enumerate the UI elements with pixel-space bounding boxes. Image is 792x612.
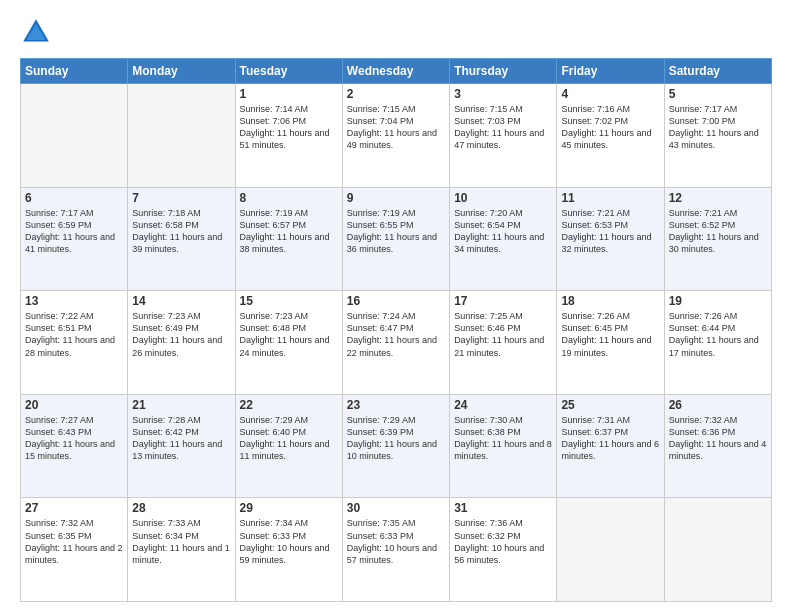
calendar-cell: 5Sunrise: 7:17 AM Sunset: 7:00 PM Daylig… (664, 84, 771, 188)
logo (20, 16, 56, 48)
calendar-cell (128, 84, 235, 188)
cell-info: Sunrise: 7:26 AM Sunset: 6:45 PM Dayligh… (561, 310, 659, 359)
day-number: 16 (347, 294, 445, 308)
day-number: 5 (669, 87, 767, 101)
calendar-week-row: 6Sunrise: 7:17 AM Sunset: 6:59 PM Daylig… (21, 187, 772, 291)
calendar-cell: 23Sunrise: 7:29 AM Sunset: 6:39 PM Dayli… (342, 394, 449, 498)
calendar-week-row: 13Sunrise: 7:22 AM Sunset: 6:51 PM Dayli… (21, 291, 772, 395)
calendar-cell: 18Sunrise: 7:26 AM Sunset: 6:45 PM Dayli… (557, 291, 664, 395)
day-number: 9 (347, 191, 445, 205)
cell-info: Sunrise: 7:23 AM Sunset: 6:49 PM Dayligh… (132, 310, 230, 359)
cell-info: Sunrise: 7:26 AM Sunset: 6:44 PM Dayligh… (669, 310, 767, 359)
cell-info: Sunrise: 7:22 AM Sunset: 6:51 PM Dayligh… (25, 310, 123, 359)
cell-info: Sunrise: 7:34 AM Sunset: 6:33 PM Dayligh… (240, 517, 338, 566)
calendar-cell: 30Sunrise: 7:35 AM Sunset: 6:33 PM Dayli… (342, 498, 449, 602)
calendar-cell: 29Sunrise: 7:34 AM Sunset: 6:33 PM Dayli… (235, 498, 342, 602)
cell-info: Sunrise: 7:15 AM Sunset: 7:04 PM Dayligh… (347, 103, 445, 152)
cell-info: Sunrise: 7:20 AM Sunset: 6:54 PM Dayligh… (454, 207, 552, 256)
calendar-day-header: Wednesday (342, 59, 449, 84)
cell-info: Sunrise: 7:32 AM Sunset: 6:35 PM Dayligh… (25, 517, 123, 566)
calendar-cell: 28Sunrise: 7:33 AM Sunset: 6:34 PM Dayli… (128, 498, 235, 602)
calendar-cell: 24Sunrise: 7:30 AM Sunset: 6:38 PM Dayli… (450, 394, 557, 498)
day-number: 1 (240, 87, 338, 101)
calendar-week-row: 27Sunrise: 7:32 AM Sunset: 6:35 PM Dayli… (21, 498, 772, 602)
calendar-cell: 16Sunrise: 7:24 AM Sunset: 6:47 PM Dayli… (342, 291, 449, 395)
calendar-day-header: Thursday (450, 59, 557, 84)
cell-info: Sunrise: 7:21 AM Sunset: 6:53 PM Dayligh… (561, 207, 659, 256)
calendar-cell: 4Sunrise: 7:16 AM Sunset: 7:02 PM Daylig… (557, 84, 664, 188)
day-number: 7 (132, 191, 230, 205)
calendar-cell: 6Sunrise: 7:17 AM Sunset: 6:59 PM Daylig… (21, 187, 128, 291)
calendar-cell: 8Sunrise: 7:19 AM Sunset: 6:57 PM Daylig… (235, 187, 342, 291)
cell-info: Sunrise: 7:18 AM Sunset: 6:58 PM Dayligh… (132, 207, 230, 256)
cell-info: Sunrise: 7:15 AM Sunset: 7:03 PM Dayligh… (454, 103, 552, 152)
cell-info: Sunrise: 7:24 AM Sunset: 6:47 PM Dayligh… (347, 310, 445, 359)
day-number: 6 (25, 191, 123, 205)
cell-info: Sunrise: 7:25 AM Sunset: 6:46 PM Dayligh… (454, 310, 552, 359)
cell-info: Sunrise: 7:32 AM Sunset: 6:36 PM Dayligh… (669, 414, 767, 463)
calendar-table: SundayMondayTuesdayWednesdayThursdayFrid… (20, 58, 772, 602)
day-number: 30 (347, 501, 445, 515)
cell-info: Sunrise: 7:23 AM Sunset: 6:48 PM Dayligh… (240, 310, 338, 359)
calendar-day-header: Friday (557, 59, 664, 84)
calendar-cell: 7Sunrise: 7:18 AM Sunset: 6:58 PM Daylig… (128, 187, 235, 291)
day-number: 12 (669, 191, 767, 205)
calendar-cell: 13Sunrise: 7:22 AM Sunset: 6:51 PM Dayli… (21, 291, 128, 395)
calendar-cell: 11Sunrise: 7:21 AM Sunset: 6:53 PM Dayli… (557, 187, 664, 291)
calendar-cell (557, 498, 664, 602)
calendar-cell: 3Sunrise: 7:15 AM Sunset: 7:03 PM Daylig… (450, 84, 557, 188)
calendar-header-row: SundayMondayTuesdayWednesdayThursdayFrid… (21, 59, 772, 84)
calendar-cell (664, 498, 771, 602)
calendar-week-row: 20Sunrise: 7:27 AM Sunset: 6:43 PM Dayli… (21, 394, 772, 498)
day-number: 18 (561, 294, 659, 308)
cell-info: Sunrise: 7:19 AM Sunset: 6:55 PM Dayligh… (347, 207, 445, 256)
cell-info: Sunrise: 7:31 AM Sunset: 6:37 PM Dayligh… (561, 414, 659, 463)
day-number: 15 (240, 294, 338, 308)
calendar-cell: 12Sunrise: 7:21 AM Sunset: 6:52 PM Dayli… (664, 187, 771, 291)
calendar-day-header: Saturday (664, 59, 771, 84)
calendar-cell: 27Sunrise: 7:32 AM Sunset: 6:35 PM Dayli… (21, 498, 128, 602)
day-number: 28 (132, 501, 230, 515)
cell-info: Sunrise: 7:28 AM Sunset: 6:42 PM Dayligh… (132, 414, 230, 463)
calendar-day-header: Sunday (21, 59, 128, 84)
cell-info: Sunrise: 7:29 AM Sunset: 6:40 PM Dayligh… (240, 414, 338, 463)
day-number: 14 (132, 294, 230, 308)
calendar-cell: 20Sunrise: 7:27 AM Sunset: 6:43 PM Dayli… (21, 394, 128, 498)
calendar-cell: 21Sunrise: 7:28 AM Sunset: 6:42 PM Dayli… (128, 394, 235, 498)
cell-info: Sunrise: 7:16 AM Sunset: 7:02 PM Dayligh… (561, 103, 659, 152)
logo-icon (20, 16, 52, 48)
calendar-cell: 1Sunrise: 7:14 AM Sunset: 7:06 PM Daylig… (235, 84, 342, 188)
calendar-cell: 22Sunrise: 7:29 AM Sunset: 6:40 PM Dayli… (235, 394, 342, 498)
day-number: 8 (240, 191, 338, 205)
calendar-day-header: Tuesday (235, 59, 342, 84)
day-number: 3 (454, 87, 552, 101)
calendar-cell: 15Sunrise: 7:23 AM Sunset: 6:48 PM Dayli… (235, 291, 342, 395)
day-number: 17 (454, 294, 552, 308)
calendar-cell: 31Sunrise: 7:36 AM Sunset: 6:32 PM Dayli… (450, 498, 557, 602)
page: SundayMondayTuesdayWednesdayThursdayFrid… (0, 0, 792, 612)
cell-info: Sunrise: 7:19 AM Sunset: 6:57 PM Dayligh… (240, 207, 338, 256)
day-number: 23 (347, 398, 445, 412)
calendar-cell: 26Sunrise: 7:32 AM Sunset: 6:36 PM Dayli… (664, 394, 771, 498)
calendar-cell: 10Sunrise: 7:20 AM Sunset: 6:54 PM Dayli… (450, 187, 557, 291)
cell-info: Sunrise: 7:17 AM Sunset: 7:00 PM Dayligh… (669, 103, 767, 152)
day-number: 24 (454, 398, 552, 412)
cell-info: Sunrise: 7:17 AM Sunset: 6:59 PM Dayligh… (25, 207, 123, 256)
calendar-cell: 19Sunrise: 7:26 AM Sunset: 6:44 PM Dayli… (664, 291, 771, 395)
cell-info: Sunrise: 7:27 AM Sunset: 6:43 PM Dayligh… (25, 414, 123, 463)
cell-info: Sunrise: 7:30 AM Sunset: 6:38 PM Dayligh… (454, 414, 552, 463)
cell-info: Sunrise: 7:29 AM Sunset: 6:39 PM Dayligh… (347, 414, 445, 463)
day-number: 29 (240, 501, 338, 515)
day-number: 21 (132, 398, 230, 412)
calendar-week-row: 1Sunrise: 7:14 AM Sunset: 7:06 PM Daylig… (21, 84, 772, 188)
day-number: 2 (347, 87, 445, 101)
calendar-cell: 9Sunrise: 7:19 AM Sunset: 6:55 PM Daylig… (342, 187, 449, 291)
day-number: 31 (454, 501, 552, 515)
day-number: 19 (669, 294, 767, 308)
cell-info: Sunrise: 7:35 AM Sunset: 6:33 PM Dayligh… (347, 517, 445, 566)
day-number: 26 (669, 398, 767, 412)
day-number: 11 (561, 191, 659, 205)
cell-info: Sunrise: 7:36 AM Sunset: 6:32 PM Dayligh… (454, 517, 552, 566)
day-number: 27 (25, 501, 123, 515)
calendar-cell: 25Sunrise: 7:31 AM Sunset: 6:37 PM Dayli… (557, 394, 664, 498)
